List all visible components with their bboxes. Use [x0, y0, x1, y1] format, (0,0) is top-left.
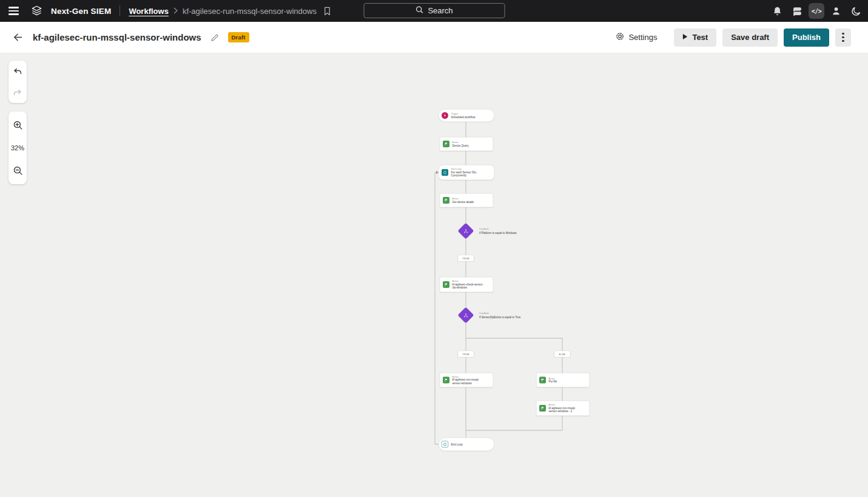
zoom-in-icon[interactable] — [9, 117, 26, 134]
loop-end-icon — [442, 441, 448, 448]
node-device-query[interactable]: Action Device Query — [440, 137, 493, 151]
workflow-diagram: Trigger Scheduled workflow Action Device… — [0, 53, 868, 497]
hamburger-menu-icon[interactable] — [5, 2, 22, 19]
gear-icon — [615, 32, 625, 43]
node-title-line2: zip-windows — [453, 286, 483, 290]
lightning-icon — [442, 112, 448, 119]
code-icon[interactable]: </> — [809, 3, 824, 19]
branch-label-true: TRUE — [458, 351, 474, 358]
action-flag-icon — [443, 141, 449, 147]
branch-icon — [463, 228, 468, 233]
action-flag-icon — [443, 377, 449, 384]
zoom-out-icon[interactable] — [9, 162, 26, 179]
page-title: kf-agilesec-run-mssql-sensor-windows — [33, 32, 201, 42]
kebab-menu-icon[interactable] — [835, 28, 851, 47]
action-flag-icon — [539, 405, 546, 412]
node-end-loop[interactable]: End Loop — [439, 438, 494, 451]
workflow-toolbar: kf-agilesec-run-mssql-sensor-windows Dra… — [0, 22, 868, 53]
search-icon — [415, 5, 423, 16]
undo-icon[interactable] — [9, 63, 26, 80]
search-placeholder: Search — [428, 6, 453, 15]
publish-button[interactable]: Publish — [784, 28, 829, 47]
bookmark-icon[interactable] — [321, 5, 334, 17]
node-title: Scheduled workflow — [451, 115, 476, 119]
edit-pencil-icon[interactable] — [207, 30, 222, 45]
zoom-panel: 32% — [8, 112, 27, 184]
breadcrumb-current: kf-agilesec-run-mssql-sensor-windows — [183, 7, 317, 16]
node-check-sensor-zip[interactable]: Action kf-agilesec-check-sensor- zip-win… — [440, 277, 493, 292]
top-nav: Next-Gen SIEM Workflows kf-agilesec-run-… — [0, 0, 868, 22]
node-trigger-scheduled-workflow[interactable]: Trigger Scheduled workflow — [439, 109, 494, 122]
back-arrow-icon[interactable] — [8, 28, 27, 47]
condition-label: Condition If Platform is equal to Window… — [479, 227, 517, 235]
action-flag-icon — [539, 377, 546, 384]
breadcrumb-workflows-link[interactable]: Workflows — [129, 7, 169, 16]
dark-mode-moon-icon[interactable] — [847, 2, 864, 19]
zoom-level: 32% — [11, 144, 24, 152]
workflow-connectors — [0, 53, 607, 497]
search-input[interactable]: Search — [363, 3, 505, 18]
node-title-line2: sensor-windows - 2 — [549, 410, 576, 413]
settings-button[interactable]: Settings — [615, 32, 657, 43]
action-flag-icon — [443, 281, 449, 288]
node-get-device-details[interactable]: Action Get device details — [440, 193, 493, 207]
play-icon — [682, 33, 688, 42]
loop-icon — [442, 169, 448, 176]
branch-label-true: TRUE — [458, 255, 474, 262]
node-start-loop[interactable]: Start Loop For each Sensor IDs; Concurre… — [439, 165, 494, 180]
node-title: Device Query — [453, 144, 469, 147]
node-title-line2: sensor-windows — [453, 382, 479, 385]
nav-divider — [119, 5, 120, 16]
history-panel — [8, 61, 27, 103]
node-run-mssql-sensor-windows-2[interactable]: Action kf-agilesec-run-mssql- sensor-win… — [536, 401, 590, 416]
node-title-line2: Concurrently — [451, 174, 477, 178]
node-put-file[interactable]: Action Put file — [536, 373, 590, 387]
status-badge: Draft — [228, 32, 249, 42]
product-name: Next-Gen SIEM — [51, 7, 111, 16]
redo-icon[interactable] — [9, 84, 26, 101]
user-profile-icon[interactable] — [827, 2, 844, 19]
branch-label-else: ELSE — [554, 351, 571, 358]
node-run-mssql-sensor-windows[interactable]: Action kf-agilesec-run-mssql- sensor-win… — [440, 373, 493, 387]
condition-label: Condition If SensorZipExists is equal to… — [479, 312, 520, 319]
branch-icon — [463, 313, 468, 318]
breadcrumb: Workflows kf-agilesec-run-mssql-sensor-w… — [129, 5, 334, 17]
node-title: End Loop — [451, 442, 463, 446]
chevron-right-icon — [173, 7, 178, 16]
save-draft-button[interactable]: Save draft — [722, 28, 778, 47]
notifications-bell-icon[interactable] — [769, 2, 786, 19]
messages-icon[interactable] — [789, 2, 806, 19]
node-title: Put file — [549, 380, 557, 384]
workflow-canvas[interactable]: 32% Trigger Scheduled workflow — [0, 53, 868, 497]
logo-icon[interactable] — [28, 2, 45, 19]
test-button[interactable]: Test — [674, 28, 716, 47]
node-title: Get device details — [453, 200, 474, 204]
action-flag-icon — [443, 197, 449, 204]
